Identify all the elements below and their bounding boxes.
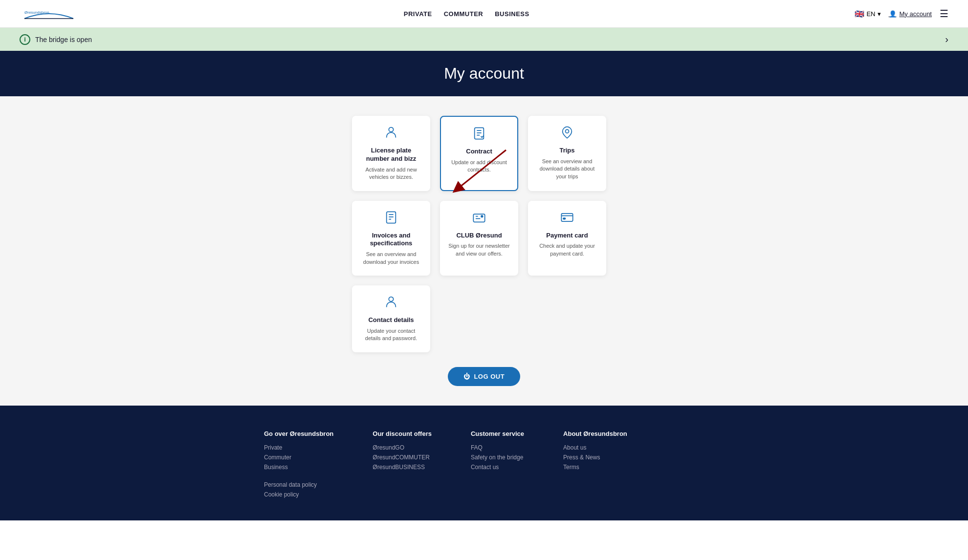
card-contact[interactable]: Contact details Update your contact deta…: [352, 285, 430, 352]
card-license-desc: Activate and add new vehicles or bizzes.: [360, 166, 422, 181]
card-contact-title: Contact details: [368, 316, 414, 324]
footer-link-oresundcommuter[interactable]: ØresundCOMMUTER: [373, 454, 432, 461]
person-icon: [384, 126, 398, 143]
payment-icon: [560, 211, 574, 228]
logout-icon: ⏻: [463, 373, 470, 380]
card-contract-title: Contract: [466, 148, 492, 156]
card-club[interactable]: CLUB Øresund Sign up for our newsletter …: [440, 201, 518, 276]
svg-rect-6: [473, 214, 484, 222]
my-account-label: My account: [900, 10, 932, 18]
info-icon: i: [20, 34, 30, 45]
footer-inner: Go over Øresundsbron Private Commuter Bu…: [264, 430, 704, 501]
info-banner-content: i The bridge is open: [20, 34, 92, 45]
footer-col-go-over: Go over Øresundsbron Private Commuter Bu…: [264, 430, 333, 501]
svg-point-2: [389, 128, 393, 132]
footer-col2-heading: Our discount offers: [373, 430, 432, 437]
footer-link-contact-us[interactable]: Contact us: [471, 464, 524, 471]
card-invoices-title: Invoices and specifications: [360, 232, 422, 248]
lang-label: EN: [866, 10, 875, 18]
contact-icon: [384, 295, 398, 312]
main-content: License plate number and bizz Activate a…: [0, 96, 968, 406]
card-contact-desc: Update your contact details and password…: [360, 327, 422, 343]
card-contract-desc: Update or add discount contracts.: [449, 159, 509, 174]
contract-icon: [472, 127, 486, 144]
top-nav: Øresundsbron PRIVATE COMMUTER BUSINESS 🇬…: [0, 0, 968, 28]
footer-col3-heading: Customer service: [471, 430, 524, 437]
footer-link-faq[interactable]: FAQ: [471, 444, 524, 451]
logout-label: LOG OUT: [474, 373, 505, 380]
svg-rect-5: [387, 212, 396, 223]
footer-link-about-us[interactable]: About us: [563, 444, 627, 451]
page-title: My account: [20, 65, 948, 83]
nav-business[interactable]: BUSINESS: [495, 10, 529, 18]
footer-col-discount: Our discount offers ØresundGO ØresundCOM…: [373, 430, 432, 501]
svg-rect-8: [561, 213, 572, 221]
footer-link-safety[interactable]: Safety on the bridge: [471, 454, 524, 461]
footer-link-terms[interactable]: Terms: [563, 464, 627, 471]
card-payment[interactable]: Payment card Check and update your payme…: [528, 201, 606, 276]
svg-rect-9: [563, 218, 566, 219]
flag-icon: 🇬🇧: [855, 9, 864, 19]
info-banner-text: The bridge is open: [35, 36, 92, 43]
footer-link-press[interactable]: Press & News: [563, 454, 627, 461]
page-header: My account: [0, 51, 968, 96]
trips-icon: [560, 126, 574, 143]
info-arrow-icon[interactable]: ›: [945, 34, 948, 45]
footer-link-commuter[interactable]: Commuter: [264, 454, 333, 461]
card-license-title: License plate number and bizz: [360, 147, 422, 163]
logout-section: ⏻ LOG OUT: [448, 367, 520, 386]
logo[interactable]: Øresundsbron: [20, 4, 78, 23]
language-selector[interactable]: 🇬🇧 EN ▾: [855, 9, 880, 19]
svg-point-4: [566, 129, 569, 133]
card-club-title: CLUB Øresund: [456, 232, 502, 240]
footer: Go over Øresundsbron Private Commuter Bu…: [0, 406, 968, 520]
svg-point-10: [389, 297, 393, 302]
my-account-link[interactable]: 👤 My account: [889, 10, 932, 18]
card-payment-title: Payment card: [546, 232, 588, 240]
card-contract[interactable]: Contract Update or add discount contract…: [440, 116, 518, 191]
footer-link-oresundgo[interactable]: ØresundGO: [373, 444, 432, 451]
footer-col1-heading: Go over Øresundsbron: [264, 430, 333, 437]
card-trips-desc: See an overview and download details abo…: [536, 158, 598, 180]
card-trips-title: Trips: [559, 147, 574, 155]
hamburger-icon[interactable]: ☰: [940, 8, 948, 20]
footer-link-private[interactable]: Private: [264, 444, 333, 451]
nav-right: 🇬🇧 EN ▾ 👤 My account ☰: [855, 8, 948, 20]
card-payment-desc: Check and update your payment card.: [536, 242, 598, 258]
card-club-desc: Sign up for our newsletter and view our …: [448, 242, 510, 258]
footer-col-about: About Øresundsbron About us Press & News…: [563, 430, 627, 501]
nav-private[interactable]: PRIVATE: [404, 10, 432, 18]
footer-link-cookie[interactable]: Cookie policy: [264, 491, 333, 498]
nav-links: PRIVATE COMMUTER BUSINESS: [404, 10, 529, 18]
info-banner: i The bridge is open ›: [0, 28, 968, 51]
card-invoices[interactable]: Invoices and specifications See an overv…: [352, 201, 430, 276]
svg-point-7: [481, 215, 483, 217]
footer-col4-heading: About Øresundsbron: [563, 430, 627, 437]
club-icon: [472, 211, 486, 228]
chevron-down-icon: ▾: [878, 10, 881, 18]
card-trips[interactable]: Trips See an overview and download detai…: [528, 116, 606, 191]
logout-button[interactable]: ⏻ LOG OUT: [448, 367, 520, 386]
footer-col-customer: Customer service FAQ Safety on the bridg…: [471, 430, 524, 501]
footer-link-personal-data[interactable]: Personal data policy: [264, 481, 333, 488]
footer-link-oresundbusiness[interactable]: ØresundBUSINESS: [373, 464, 432, 471]
footer-link-business[interactable]: Business: [264, 464, 333, 471]
person-icon: 👤: [889, 10, 897, 18]
cards-grid: License plate number and bizz Activate a…: [352, 116, 616, 352]
invoice-icon: [384, 211, 398, 228]
card-license-plate[interactable]: License plate number and bizz Activate a…: [352, 116, 430, 191]
nav-commuter[interactable]: COMMUTER: [444, 10, 484, 18]
card-invoices-desc: See an overview and download your invoic…: [360, 251, 422, 266]
